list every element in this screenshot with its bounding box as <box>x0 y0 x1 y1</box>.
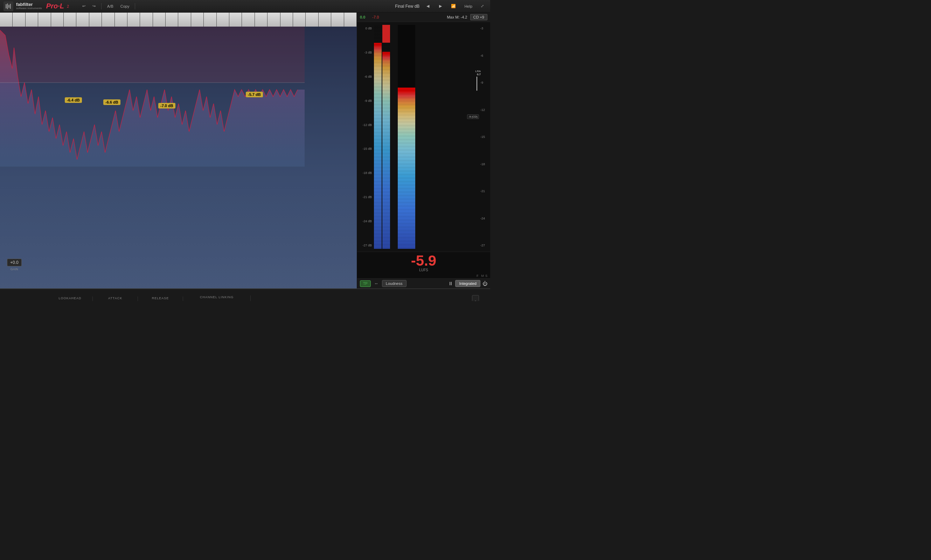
brand-name: fabfilter <box>16 2 42 7</box>
controls-bar: « STYLE Modern LOOKAHEAD 0 ms 5 ms ATTAC… <box>0 288 490 301</box>
attack-knob-1[interactable] <box>97 301 115 301</box>
db-scale-0db: 0 dB <box>365 26 372 30</box>
ab-button[interactable]: A/B <box>104 3 116 10</box>
db-scale-6db: -6 dB <box>364 75 372 78</box>
redo-button[interactable]: ↪ <box>90 2 98 10</box>
db-scale-right: -3 -6 -9 -12 -15 -18 -21 -24 -27 <box>479 25 489 249</box>
release-label: RELEASE <box>152 297 169 300</box>
fms-labels: F M S <box>357 273 490 278</box>
piano-white-key <box>51 12 64 26</box>
piano-white-key <box>115 12 128 26</box>
max-m-display: Max M: -4.2 <box>447 15 467 19</box>
link-icon-button[interactable]: ↔ <box>373 280 380 287</box>
toolbar-sep-2 <box>135 3 135 9</box>
header-right: Final Few dB ◀ ▶ 📶 Help ⤢ <box>395 2 490 10</box>
piano-white-key <box>255 12 268 26</box>
s-label: S <box>485 274 487 278</box>
integrated-button[interactable]: Integrated <box>455 280 480 287</box>
piano-white-key <box>344 12 357 26</box>
piano-white-key <box>64 12 76 26</box>
svg-rect-2 <box>8 5 9 8</box>
db-scale-left: 0 dB -3 dB -6 dB -9 dB -12 dB -15 dB -18… <box>359 25 374 249</box>
waveform-display <box>0 26 357 288</box>
meter-values: 0.0 -7.0 <box>360 15 379 19</box>
release-knob-1[interactable] <box>142 300 161 301</box>
release-group: RELEASE 0 s 10 s <box>138 297 183 302</box>
undo-button[interactable]: ↩ <box>80 2 88 10</box>
meter-bottom-controls: TP ↔ Loudness ⏸ Integrated ⏻ <box>357 278 490 288</box>
lra-bracket <box>475 77 477 91</box>
waveform-label-3: -7.0 dB <box>158 103 175 109</box>
waveform-label-1: -6.4 dB <box>65 97 82 103</box>
svg-rect-3 <box>10 4 11 9</box>
lufs-label: LUFS <box>357 268 490 273</box>
gain-label: GAIN <box>7 268 22 271</box>
signal-icon[interactable]: 📶 <box>449 3 458 9</box>
piano-white-key <box>280 12 293 26</box>
meter-value-left: 0.0 <box>360 15 365 19</box>
max-m-value: -4.2 <box>461 15 468 19</box>
db-scale-12db: -12 dB <box>362 123 372 127</box>
advanced-button[interactable]: ADVANCED <box>472 295 479 302</box>
lookahead-label: LOOKAHEAD <box>59 297 82 300</box>
toolbar-sep-1 <box>101 3 102 9</box>
cd-marker: -9 (CD) <box>467 114 479 119</box>
max-m-label: Max M: <box>447 15 459 19</box>
right-scale-27: -27 <box>480 244 489 247</box>
piano-white-key <box>331 12 344 26</box>
right-scale-12: -12 <box>480 108 489 112</box>
f-label: F <box>477 274 479 278</box>
piano-white-key <box>319 12 331 26</box>
top-bar: fabfilter software instruments Pro·L 2 ↩… <box>0 0 490 12</box>
meter-bar-left <box>374 25 382 249</box>
piano-white-key <box>0 12 12 26</box>
piano-white-key <box>89 12 102 26</box>
preset-prev-button[interactable]: ◀ <box>424 2 432 10</box>
db-scale-24db: -24 dB <box>362 220 372 223</box>
toolbar-buttons: ↩ ↪ A/B Copy <box>80 2 137 10</box>
right-scale-24: -24 <box>480 217 489 220</box>
preset-next-button[interactable]: ▶ <box>436 2 445 10</box>
m-label: M <box>481 274 484 278</box>
meter-section: 0.0 -7.0 Max M: -4.2 CD +9 0 dB -3 dB -6… <box>357 12 490 288</box>
attack-knob-2[interactable] <box>114 300 134 301</box>
logo-text: fabfilter software instruments <box>16 2 42 10</box>
meter-bars-container: LRA 0.7 -9 (CD) <box>374 25 479 249</box>
channel-linking-label: CHANNEL LINKING <box>200 295 234 299</box>
tp-button[interactable]: TP <box>360 280 371 287</box>
piano-white-key <box>166 12 178 26</box>
attack-label: ATTACK <box>108 297 122 300</box>
piano-white-key <box>191 12 204 26</box>
meter-body: 0 dB -3 dB -6 dB -9 dB -12 dB -15 dB -18… <box>357 22 490 252</box>
piano-white-key <box>217 12 229 26</box>
lra-value: 0.7 <box>475 73 481 76</box>
lookahead-group: LOOKAHEAD 0 ms 5 ms <box>48 297 93 302</box>
expand-button[interactable]: ⤢ <box>479 3 486 9</box>
copy-button[interactable]: Copy <box>118 3 132 10</box>
piano-white-key <box>128 12 140 26</box>
piano-white-key <box>178 12 191 26</box>
loudness-bar <box>398 25 415 249</box>
waveform-label-2: -6.6 dB <box>103 99 120 105</box>
play-pause-button[interactable]: ⏸ <box>448 281 453 286</box>
power-button[interactable]: ⏻ <box>482 281 487 286</box>
logo-area: fabfilter software instruments Pro·L 2 <box>0 2 72 11</box>
right-scale-3: -3 <box>480 26 489 30</box>
piano-white-key <box>204 12 216 26</box>
product-version: 2 <box>67 4 69 8</box>
meter-header: 0.0 -7.0 Max M: -4.2 CD +9 <box>357 12 490 22</box>
loudness-button[interactable]: Loudness <box>382 280 406 287</box>
svg-rect-0 <box>6 4 7 8</box>
waveform-section: // Generate piano keys const pianoContai… <box>0 12 357 288</box>
db-scale-9db: -9 dB <box>364 99 372 103</box>
piano-white-key <box>268 12 280 26</box>
help-button[interactable]: Help <box>462 3 474 9</box>
piano-white-key <box>293 12 306 26</box>
logo-icon <box>3 2 13 11</box>
piano-white-key <box>102 12 114 26</box>
lra-container: LRA 0.7 <box>475 70 481 91</box>
product-name: Pro·L <box>46 2 64 10</box>
channel-linking-group: CHANNEL LINKING TRANSIENTS RELEASE 0% 10… <box>183 295 251 301</box>
gain-value[interactable]: +0.0 <box>7 258 22 266</box>
main-area: // Generate piano keys const pianoContai… <box>0 12 490 288</box>
